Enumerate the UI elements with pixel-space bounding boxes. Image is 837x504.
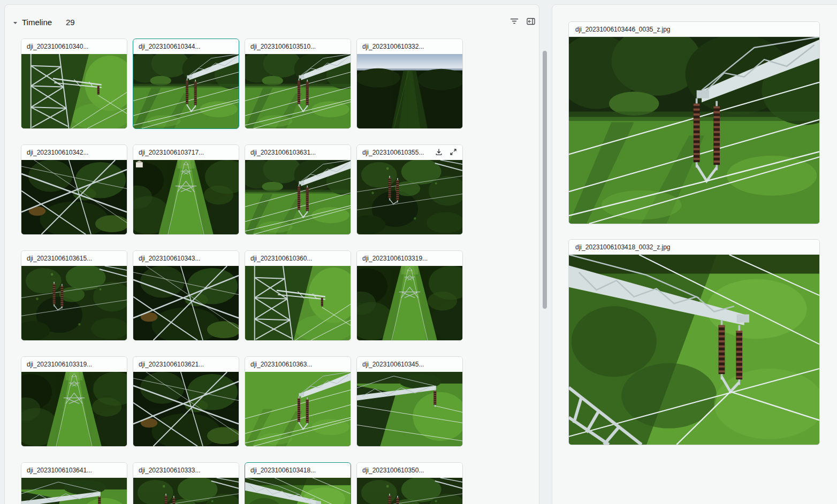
thumbnail-filename: dji_20231006103621... bbox=[139, 361, 233, 368]
preview-card[interactable]: dji_20231006103418_0032_z.jpg bbox=[568, 239, 820, 445]
thumbnail-card[interactable]: dji_2023100610333... bbox=[133, 462, 239, 504]
thumbnail-header: dji_20231006103319... bbox=[21, 357, 127, 372]
thumbnail-image bbox=[21, 372, 127, 446]
caret-down-icon bbox=[13, 18, 18, 26]
panel-title: Timeline bbox=[22, 18, 52, 27]
preview-filename: dji_20231006103418_0032_z.jpg bbox=[569, 240, 819, 255]
timeline-scrollbar[interactable] bbox=[543, 51, 547, 309]
thumbnail-image bbox=[245, 372, 351, 446]
thumbnail-image bbox=[133, 372, 239, 446]
thumbnail-card[interactable]: dji_2023100610342... bbox=[21, 144, 127, 235]
thumbnail-image bbox=[245, 266, 351, 340]
thumbnail-header: dji_20231006103717... bbox=[133, 145, 239, 160]
thumbnail-header: dji_20231006103641... bbox=[21, 463, 127, 478]
thumbnail-card[interactable]: dji_20231006103510... bbox=[245, 39, 351, 129]
thumbnail-image bbox=[357, 54, 462, 128]
header-actions bbox=[509, 17, 536, 27]
thumbnail-filename: dji_20231006103510... bbox=[250, 43, 345, 50]
thumbnail-header: dji_2023100610345... bbox=[357, 357, 462, 372]
thumbnail-filename: dji_20231006103319... bbox=[27, 361, 121, 368]
thumbnail-filename: dji_2023100610344... bbox=[139, 43, 233, 50]
thumbnail-grid: dji_2023100610340...dji_2023100610344...… bbox=[21, 39, 463, 504]
thumbnail-card[interactable]: dji_2023100610343... bbox=[133, 250, 239, 341]
thumbnail-card[interactable]: dji_20231006103615... bbox=[21, 250, 127, 341]
thumbnail-card[interactable]: dji_20231006103319... bbox=[21, 356, 127, 447]
thumbnail-card[interactable]: dji_2023100610363... bbox=[245, 356, 351, 447]
thumbnail-filename: dji_2023100610333... bbox=[139, 467, 233, 474]
thumbnail-header: dji_2023100610343... bbox=[133, 251, 239, 266]
open-side-panel-icon bbox=[527, 18, 535, 27]
preview-image bbox=[569, 255, 819, 445]
thumbnail-filename: dji_2023100610343... bbox=[139, 255, 233, 262]
thumbnail-filename: dji_2023100610363... bbox=[250, 361, 345, 368]
thumbnail-header: dji_20231006103615... bbox=[21, 251, 127, 266]
thumbnail-image bbox=[21, 160, 127, 234]
thumbnail-card[interactable]: dji_20231006103418... bbox=[245, 462, 351, 504]
thumbnail-card[interactable]: dji_2023100610350... bbox=[356, 462, 463, 504]
expand-button[interactable] bbox=[449, 149, 457, 157]
expand-icon bbox=[450, 148, 457, 157]
thumbnail-image bbox=[245, 478, 351, 504]
scrollbar-thumb[interactable] bbox=[543, 51, 547, 309]
filter-button[interactable] bbox=[509, 17, 519, 27]
thumbnail-filename: dji_20231006103615... bbox=[27, 255, 121, 262]
thumbnail-header: dji_2023100610332... bbox=[357, 39, 462, 54]
thumbnail-card[interactable]: dji_2023100610332... bbox=[356, 39, 463, 129]
thumbnail-image bbox=[245, 54, 351, 128]
thumbnail-filename: dji_20231006103631... bbox=[250, 149, 345, 156]
thumbnail-card[interactable]: dji_20231006103641... bbox=[21, 462, 127, 504]
preview-filename: dji_20231006103446_0035_z.jpg bbox=[569, 22, 819, 37]
thumbnail-image bbox=[357, 160, 462, 234]
thumbnail-header: dji_2023100610350... bbox=[357, 463, 462, 478]
thumbnail-card[interactable]: dji_2023100610340... bbox=[21, 39, 127, 129]
thumbnail-image bbox=[21, 266, 127, 340]
thumbnail-header: dji_20231006103621... bbox=[133, 357, 239, 372]
preview-panel: dji_20231006103446_0035_z.jpgdji_2023100… bbox=[552, 4, 837, 504]
thumbnail-image bbox=[21, 54, 127, 128]
thumbnail-filename: dji_20231006103418... bbox=[250, 467, 345, 474]
thumbnail-header: dji_2023100610342... bbox=[21, 145, 127, 160]
thumbnail-filename: dji_2023100610360... bbox=[250, 255, 345, 262]
thumbnail-header: dji_2023100610360... bbox=[245, 251, 351, 266]
toggle-side-panel-button[interactable] bbox=[526, 17, 536, 27]
thumbnail-header: dji_2023100610340... bbox=[21, 39, 127, 54]
thumbnail-image bbox=[133, 478, 239, 504]
thumbnail-filename: dji_2023100610340... bbox=[27, 43, 121, 50]
thumbnail-header: dji_20231006103510... bbox=[245, 39, 351, 54]
thumbnail-image bbox=[133, 54, 239, 128]
thumbnail-hover-actions bbox=[435, 149, 457, 157]
thumbnail-image bbox=[357, 266, 462, 340]
preview-card[interactable]: dji_20231006103446_0035_z.jpg bbox=[568, 21, 820, 224]
item-count: 29 bbox=[66, 18, 75, 27]
filter-icon bbox=[510, 18, 519, 26]
thumbnail-header: dji_20231006103418... bbox=[245, 463, 351, 478]
thumbnail-image bbox=[133, 266, 239, 340]
thumbnail-filename: dji_20231006103717... bbox=[139, 149, 233, 156]
timeline-panel: Timeline 29 dji_2023100610340...dji_2023… bbox=[4, 4, 539, 504]
thumbnail-filename: dji_2023100610342... bbox=[27, 149, 121, 156]
thumbnail-image bbox=[357, 372, 462, 446]
thumbnail-image bbox=[21, 478, 127, 504]
thumbnail-card[interactable]: dji_2023100610344... bbox=[133, 39, 239, 129]
thumbnail-card[interactable]: dji_2023100610360... bbox=[245, 250, 351, 341]
thumbnail-header: dji_2023100610355... bbox=[357, 145, 462, 160]
thumbnail-filename: dji_2023100610345... bbox=[362, 361, 457, 368]
thumbnail-header: dji_20231006103631... bbox=[245, 145, 351, 160]
thumbnail-filename: dji_2023100610355... bbox=[362, 149, 430, 156]
download-button[interactable] bbox=[435, 149, 443, 157]
thumbnail-filename: dji_20231006103319... bbox=[362, 255, 457, 262]
thumbnail-filename: dji_2023100610350... bbox=[362, 467, 457, 474]
timeline-header: Timeline 29 bbox=[5, 5, 539, 36]
download-icon bbox=[435, 148, 443, 157]
thumbnail-card[interactable]: dji_2023100610355... bbox=[356, 144, 463, 235]
collapse-timeline-button[interactable] bbox=[9, 17, 21, 27]
preview-image bbox=[569, 37, 819, 224]
thumbnail-card[interactable]: dji_20231006103631... bbox=[245, 144, 351, 235]
thumbnail-card[interactable]: dji_20231006103319... bbox=[356, 250, 463, 341]
thumbnail-card[interactable]: dji_20231006103621... bbox=[133, 356, 239, 447]
thumbnail-header: dji_20231006103319... bbox=[357, 251, 462, 266]
thumbnail-card[interactable]: dji_20231006103717... bbox=[133, 144, 239, 235]
thumbnail-image bbox=[133, 160, 239, 234]
thumbnail-image bbox=[245, 160, 351, 234]
thumbnail-card[interactable]: dji_2023100610345... bbox=[356, 356, 463, 447]
